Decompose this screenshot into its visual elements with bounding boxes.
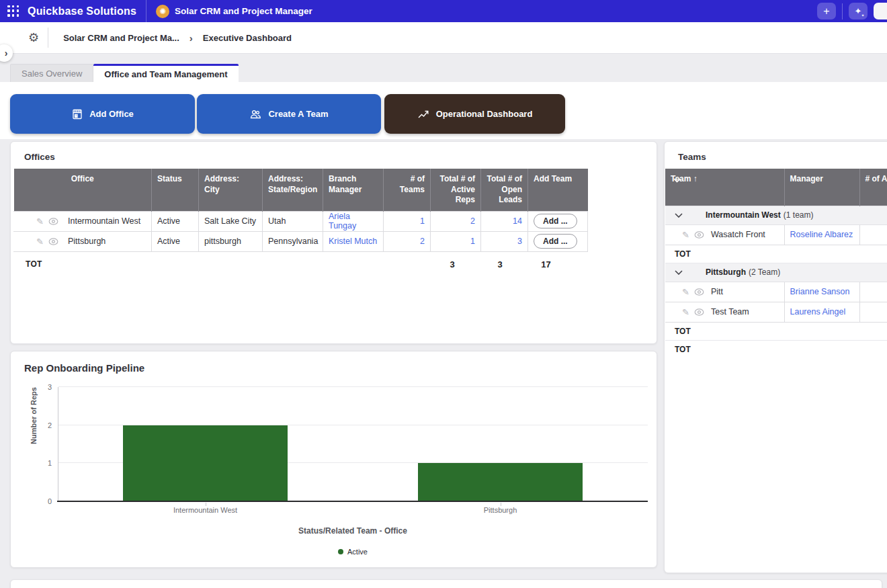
y-tick-label: 0 xyxy=(48,497,52,505)
group-count: (2 Team) xyxy=(749,267,780,277)
chart-bar[interactable] xyxy=(123,425,288,501)
team-name: Wasatch Front xyxy=(711,230,765,239)
totals-label: TOT xyxy=(675,327,691,336)
app-grid-icon[interactable] xyxy=(7,5,19,17)
y-tick-label: 3 xyxy=(48,383,52,391)
col-city[interactable]: Address: City xyxy=(199,169,263,211)
team-icon xyxy=(249,108,262,120)
avatar[interactable] xyxy=(874,3,887,19)
view-icon[interactable] xyxy=(694,288,704,296)
open-leads-link[interactable]: 14 xyxy=(487,216,522,226)
chart-bar[interactable] xyxy=(418,463,583,501)
table-row: ✎ Wasatch Front Roseline Albarez xyxy=(665,224,887,245)
y-tick-label: 2 xyxy=(48,421,52,429)
add-office-button[interactable]: Add Office xyxy=(10,94,195,134)
app-icon[interactable]: ✺ xyxy=(156,5,169,18)
office-name: Pittsburgh xyxy=(68,237,105,246)
group-count: (1 team) xyxy=(784,210,814,220)
team-name: Test Team xyxy=(711,307,749,317)
page-title: Executive Dashboard xyxy=(203,33,292,43)
app-name[interactable]: Solar CRM and Project Manager xyxy=(175,6,312,16)
team-name: Pitt xyxy=(711,287,723,296)
branch-manager-link[interactable]: Ariela Tungay xyxy=(329,212,356,230)
num-teams-link[interactable]: 2 xyxy=(389,237,425,246)
col-state[interactable]: Address: State/Region xyxy=(263,169,323,211)
office-city: Salt Lake City xyxy=(199,211,263,231)
sparkles-ai-icon[interactable]: ✦✦ xyxy=(849,3,868,19)
active-reps-link[interactable]: 2 xyxy=(436,216,475,226)
table-row: ✎ Pitt Brianne Sanson xyxy=(665,282,887,302)
col-team[interactable]: Team ↑ xyxy=(665,169,784,206)
category-label: Pittsburgh xyxy=(353,506,648,514)
tab-office-team-management[interactable]: Office and Team Management xyxy=(93,64,238,82)
col-open-leads[interactable]: Total # of Open Leads xyxy=(481,169,528,211)
trending-up-icon xyxy=(417,109,430,120)
office-status: Active xyxy=(152,211,199,231)
total-teams: 3 xyxy=(413,259,455,269)
col-team-active-reps[interactable]: # of Active Reps xyxy=(859,169,887,206)
view-icon[interactable] xyxy=(48,218,58,225)
teams-panel: Teams Team ↑ Manager # of Active Reps xyxy=(664,141,887,573)
chevron-down-icon[interactable] xyxy=(675,213,683,218)
num-teams-link[interactable]: 1 xyxy=(389,216,425,226)
chart-legend: Active xyxy=(58,548,648,556)
offices-table: Office Status Address: City Address: Sta… xyxy=(13,169,588,252)
table-row: ✎ Intermountain West Active Salt Lake Ci… xyxy=(14,211,588,231)
group-row: Intermountain West (1 team) xyxy=(665,206,887,224)
chart-panel: Rep Onboarding Pipeline 0123 Number of R… xyxy=(10,351,657,568)
col-branch-manager[interactable]: Branch Manager xyxy=(323,169,384,211)
legend-item-active[interactable]: Active xyxy=(338,548,368,556)
edit-icon[interactable]: ✎ xyxy=(682,230,689,239)
office-name: Intermountain West xyxy=(68,216,140,226)
gear-icon[interactable]: ⚙ xyxy=(28,32,39,44)
chart-xlabel: Status/Related Team - Office xyxy=(58,526,648,536)
branch-manager-link[interactable]: Kristel Mutch xyxy=(329,237,377,246)
operational-dashboard-button[interactable]: Operational Dashboard xyxy=(384,94,565,134)
edit-icon[interactable]: ✎ xyxy=(36,217,44,226)
breadcrumb-app[interactable]: Solar CRM and Project Ma... xyxy=(63,33,179,43)
chevron-right-icon: › xyxy=(189,32,193,44)
tab-sales-overview[interactable]: Sales Overview xyxy=(10,64,93,82)
col-num-teams[interactable]: # of Teams xyxy=(384,169,431,211)
active-reps-link[interactable]: 1 xyxy=(436,237,475,246)
offices-title: Offices xyxy=(11,142,657,169)
col-office[interactable]: Office xyxy=(14,169,152,211)
edit-icon[interactable]: ✎ xyxy=(682,288,689,296)
group-name: Pittsburgh xyxy=(706,267,746,277)
edit-icon[interactable]: ✎ xyxy=(682,308,689,317)
view-icon[interactable] xyxy=(694,231,704,239)
breadcrumb: ⚙ Solar CRM and Project Ma... › Executiv… xyxy=(0,22,887,54)
sidebar-expand-button[interactable]: › xyxy=(0,44,13,62)
grand-total-row: TOT xyxy=(665,340,887,358)
col-active-reps[interactable]: Total # of Active Reps xyxy=(431,169,481,211)
chart-ylabel: Number of Reps xyxy=(30,387,38,444)
legend-dot xyxy=(338,549,343,554)
totals-label: TOT xyxy=(675,345,691,354)
team-manager-link[interactable]: Roseline Albarez xyxy=(790,230,853,239)
chevron-down-icon[interactable] xyxy=(675,270,683,275)
col-status[interactable]: Status xyxy=(152,169,199,211)
office-status: Active xyxy=(152,231,199,251)
view-icon[interactable] xyxy=(48,238,58,245)
add-team-button[interactable]: Add ... xyxy=(534,214,577,228)
team-manager-link[interactable]: Laurens Aingel xyxy=(790,307,846,317)
team-manager-link[interactable]: Brianne Sanson xyxy=(790,287,850,296)
col-manager[interactable]: Manager xyxy=(784,169,859,206)
open-leads-link[interactable]: 3 xyxy=(487,237,522,246)
group-row: Pittsburgh (2 Team) xyxy=(665,263,887,282)
category-label: Intermountain West xyxy=(58,506,353,514)
edit-icon[interactable]: ✎ xyxy=(36,237,44,246)
breadcrumb-divider xyxy=(48,28,48,48)
chevron-down-icon[interactable] xyxy=(673,175,681,186)
teams-table: Team ↑ Manager # of Active Reps Intermou… xyxy=(665,169,887,358)
add-button[interactable]: + xyxy=(817,3,836,19)
chart-category-labels: Intermountain West Pittsburgh xyxy=(58,506,648,514)
create-team-label: Create A Team xyxy=(268,109,328,119)
add-team-button[interactable]: Add ... xyxy=(534,234,577,249)
group-total-row: TOT xyxy=(665,245,887,263)
view-icon[interactable] xyxy=(694,308,704,316)
table-row: ✎ Pittsburgh Active pittsburgh Pennsylva… xyxy=(14,231,588,251)
legend-label: Active xyxy=(347,548,368,556)
topbar: Quickbase Solutions ✺ Solar CRM and Proj… xyxy=(0,0,887,22)
create-team-button[interactable]: Create A Team xyxy=(197,94,381,134)
